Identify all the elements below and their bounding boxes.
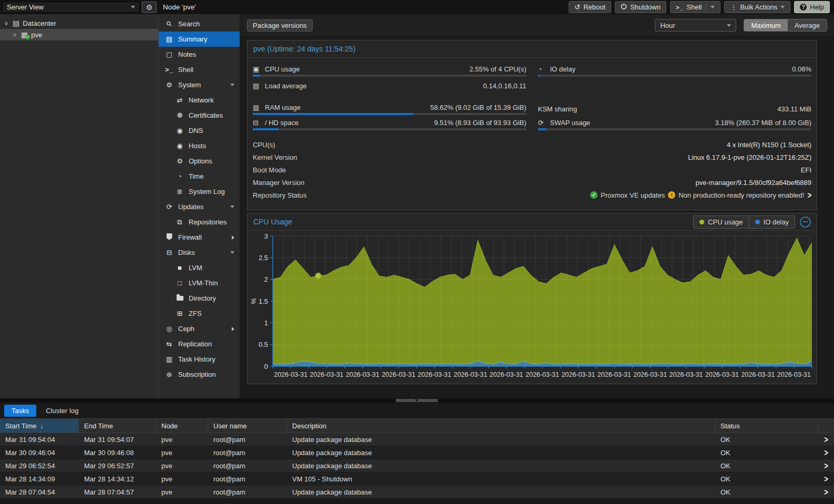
chevron-right-icon[interactable] [232, 235, 234, 240]
column-header-status[interactable]: Status [715, 419, 818, 433]
tab-cluster-log[interactable]: Cluster log [39, 405, 85, 417]
menu-item-summary[interactable]: ▤Summary [159, 32, 240, 47]
timeframe-select[interactable]: Hour [655, 19, 736, 32]
chevron-right-icon[interactable]: > [824, 461, 828, 471]
warning-circle-icon: ! [668, 191, 675, 199]
chevron-right-icon[interactable]: > [824, 448, 828, 458]
menu-item-firewall[interactable]: Firewall [159, 230, 240, 245]
legend-item-io[interactable]: IO delay [749, 216, 795, 228]
menu-item-certificates[interactable]: ☸Certificates [159, 108, 240, 123]
shell-button[interactable]: >_ Shell [670, 1, 720, 13]
svg-text:2026-03-31: 2026-03-31 [741, 371, 775, 378]
info-row-kernel: Kernel VersionLinux 6.17.9-1-pve (2026-0… [253, 151, 811, 163]
hdd-icon: ⊟ [253, 119, 261, 127]
column-header-node[interactable]: Node [156, 419, 208, 433]
replication-icon: ⇆ [165, 340, 173, 348]
tab-tasks[interactable]: Tasks [4, 405, 36, 417]
menu-item-dns[interactable]: ◉DNS [159, 123, 240, 138]
menu-item-subscription[interactable]: ⊛Subscription [159, 367, 240, 382]
menu-item-label: Updates [178, 203, 203, 211]
status-panel-title: pve (Uptime: 24 days 11:54:25) [253, 45, 355, 53]
table-row[interactable]: Mar 28 14:34:09Mar 28 14:34:12pveroot@pa… [0, 472, 834, 486]
tree-item-datacenter[interactable]: ∨ ▤ Datacenter [0, 17, 158, 29]
clock-icon: ◔ [538, 65, 547, 73]
legend-item-cpu[interactable]: CPU usage [694, 216, 748, 228]
column-header-user-name[interactable]: User name [208, 419, 287, 433]
cpu-progress-bar [253, 75, 260, 77]
globe-icon: ◉ [176, 127, 184, 135]
average-toggle-button[interactable]: Average [788, 19, 827, 31]
cell-user: root@pam [208, 433, 287, 446]
shutdown-button[interactable]: Shutdown [615, 1, 666, 13]
column-header-end-time[interactable]: End Time [79, 419, 156, 433]
chevron-down-icon[interactable] [230, 205, 234, 208]
table-row[interactable]: Mar 31 09:54:04Mar 31 09:54:07pveroot@pa… [0, 433, 834, 446]
tree-item-pve[interactable]: > ▦✓ pve [0, 29, 158, 40]
collapse-caret-icon[interactable]: ∨ [3, 20, 9, 27]
chevron-down-icon[interactable] [230, 84, 234, 86]
menu-item-label: Summary [178, 35, 208, 43]
column-header-description[interactable]: Description [287, 419, 715, 433]
column-header-start-time[interactable]: Start Time↓ [0, 419, 79, 433]
menu-item-ceph[interactable]: ◎Ceph [159, 321, 240, 336]
menu-item-lvm-thin[interactable]: □LVM-Thin [159, 275, 240, 291]
chevron-right-icon[interactable] [232, 327, 234, 331]
menu-item-network[interactable]: ⇄Network [159, 92, 240, 108]
cell-node: pve [156, 486, 208, 498]
chevron-right-icon[interactable]: > [824, 435, 828, 445]
menu-item-label: System [178, 81, 201, 89]
menu-item-zfs[interactable]: ⊞ZFS [159, 306, 240, 321]
cell-user: root@pam [208, 459, 287, 472]
io-delay-gauge: ◔ IO delay 0.06% [538, 63, 812, 78]
table-row[interactable]: Mar 29 06:52:54Mar 29 06:52:57pveroot@pa… [0, 459, 834, 472]
list-icon: ≣ [176, 188, 184, 196]
menu-item-notes[interactable]: ▢Notes [159, 47, 240, 62]
svg-text:1.5: 1.5 [259, 297, 268, 305]
view-settings-button[interactable]: ⚙ [142, 2, 157, 13]
expand-caret-icon[interactable]: > [12, 32, 18, 38]
chevron-down-icon[interactable] [230, 251, 234, 254]
help-button[interactable]: ? Help [794, 1, 830, 13]
menu-item-updates[interactable]: ⟳Updates [159, 199, 240, 214]
menu-item-repositories[interactable]: ⧉Repositories [159, 214, 240, 230]
menu-item-label: LVM-Thin [189, 279, 218, 287]
chevron-right-icon[interactable]: > [824, 487, 828, 497]
cell-node: pve [156, 433, 208, 446]
datacenter-icon: ▤ [13, 19, 19, 27]
hd-progress-bar [253, 128, 279, 130]
menu-item-label: Network [189, 96, 214, 104]
menu-item-time[interactable]: ◔Time [159, 169, 240, 184]
table-row[interactable]: Mar 30 09:46:04Mar 30 09:46:08pveroot@pa… [0, 446, 834, 459]
collapse-handle-icon[interactable] [396, 399, 438, 402]
chevron-right-icon[interactable]: > [807, 190, 811, 200]
package-versions-button[interactable]: Package versions [247, 19, 313, 32]
folder-icon [176, 294, 184, 302]
menu-item-system[interactable]: ⚙System [159, 77, 240, 92]
menu-item-directory[interactable]: Directory [159, 291, 240, 306]
load-average-row: ▤ Load average 0.14,0.16,0.11 [253, 78, 527, 94]
node-menu: ⚲Search▤Summary▢Notes>_Shell⚙System⇄Netw… [159, 14, 240, 398]
menu-item-shell[interactable]: >_Shell [159, 62, 240, 77]
undo-zoom-icon[interactable] [800, 217, 811, 228]
svg-text:1: 1 [264, 319, 268, 327]
square-filled-icon: ■ [176, 264, 184, 272]
server-view-select[interactable]: Server View [2, 2, 140, 13]
panel-splitter[interactable] [0, 398, 834, 403]
cell-status: OK [715, 446, 818, 459]
menu-item-system-log[interactable]: ≣System Log [159, 184, 240, 199]
menu-item-search[interactable]: ⚲Search [159, 16, 240, 32]
chevron-right-icon[interactable]: > [824, 474, 828, 484]
menu-item-task-history[interactable]: ▥Task History [159, 352, 240, 367]
menu-item-replication[interactable]: ⇆Replication [159, 336, 240, 352]
reboot-button[interactable]: ↺ Reboot [569, 1, 611, 13]
menu-item-disks[interactable]: ⊟Disks [159, 245, 240, 260]
chart-svg: 00.511.522.53%2026-03-312026-03-312026-0… [248, 231, 817, 382]
cpu-usage-chart[interactable]: 00.511.522.53%2026-03-312026-03-312026-0… [248, 231, 817, 384]
menu-item-options[interactable]: ⚙Options [159, 153, 240, 169]
table-row[interactable]: Mar 28 07:04:54Mar 28 07:04:57pveroot@pa… [0, 486, 834, 499]
bulk-actions-button[interactable]: ⋮ Bulk Actions [724, 1, 790, 13]
menu-item-hosts[interactable]: ◉Hosts [159, 138, 240, 153]
gear-icon: ⚙ [146, 3, 153, 12]
menu-item-lvm[interactable]: ■LVM [159, 260, 240, 275]
maximum-toggle-button[interactable]: Maximum [744, 19, 787, 31]
